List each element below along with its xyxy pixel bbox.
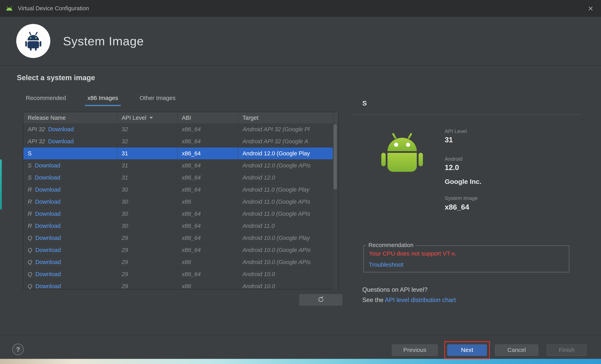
download-link[interactable]: Download <box>35 235 61 241</box>
abi-cell: x86 <box>178 256 238 268</box>
refresh-button[interactable] <box>299 294 342 306</box>
download-link[interactable]: Download <box>48 126 74 132</box>
release-name-cell: API 32Download <box>23 123 117 135</box>
column-release-name[interactable]: Release Name <box>23 112 117 123</box>
table-row[interactable]: QDownload 29 x86_64 Android 10.0 (Google… <box>23 244 333 256</box>
help-button[interactable]: ? <box>12 344 24 355</box>
release-name-cell: QDownload <box>23 232 117 244</box>
troubleshoot-link[interactable]: Troubleshoot <box>369 261 403 268</box>
table-row[interactable]: RDownload 30 x86 Android 11.0 (Google AP… <box>23 196 333 208</box>
target-cell: Android 11.0 (Google APIs <box>238 196 333 208</box>
table-row[interactable]: RDownload 30 x86_64 Android 11.0 <box>23 220 333 232</box>
download-link[interactable]: Download <box>35 283 61 289</box>
table-row[interactable]: API 32Download 32 x86_64 Android API 32 … <box>23 135 333 147</box>
abi-cell: x86_64 <box>178 172 238 183</box>
scrollbar-thumb[interactable] <box>334 124 337 189</box>
download-link[interactable]: Download <box>35 271 61 277</box>
tab-other-images[interactable]: Other Images <box>137 95 178 106</box>
api-level-cell: 29 <box>117 268 178 280</box>
api-level-cell: 30 <box>117 196 178 208</box>
abi-cell: x86_64 <box>178 208 238 220</box>
table-row[interactable]: QDownload 29 x86_64 Android 10.0 <box>23 268 333 280</box>
target-cell: Android 11.0 (Google APIs <box>238 208 333 220</box>
close-icon: × <box>588 4 593 13</box>
release-name: R <box>28 199 32 205</box>
abi-cell: x86_64 <box>178 244 238 256</box>
system-image-abi-value: x86_64 <box>445 203 469 211</box>
api-level-cell: 30 <box>117 220 178 232</box>
table-row[interactable]: SDownload 31 x86_64 Android 12.0 <box>23 172 333 184</box>
column-target[interactable]: Target <box>238 112 333 123</box>
table-row[interactable]: RDownload 30 x86_64 Android 11.0 (Google… <box>23 208 333 220</box>
abi-cell: x86_64 <box>178 123 238 135</box>
target-cell: Android API 32 (Google Pl <box>238 123 333 135</box>
release-name: Q <box>28 259 32 265</box>
table-row[interactable]: API 32Download 32 x86_64 Android API 32 … <box>23 123 333 135</box>
table-row[interactable]: QDownload 29 x86 Android 10.0 (Google AP… <box>23 256 333 268</box>
wizard-header: System Image <box>0 17 601 66</box>
table-row[interactable]: RDownload 30 x86_64 Android 11.0 (Google… <box>23 184 333 196</box>
download-link[interactable]: Download <box>35 223 61 229</box>
cancel-button[interactable]: Cancel <box>495 345 538 356</box>
target-cell: Android 12.0 <box>238 172 333 183</box>
target-cell: Android 10.0 (Google APIs <box>238 256 333 268</box>
target-cell: Android 11.0 <box>238 220 333 232</box>
release-name: Q <box>28 247 32 253</box>
section-heading: Select a system image <box>17 74 95 82</box>
refresh-icon <box>317 296 324 304</box>
system-image-table: Release Name API Level ABI Target API 32… <box>23 112 339 289</box>
tab-recommended[interactable]: Recommended <box>23 95 68 106</box>
download-link[interactable]: Download <box>35 247 61 253</box>
table-row[interactable]: QDownload 29 x86 Android 10.0 <box>23 280 333 289</box>
selected-image-title: S <box>362 99 367 107</box>
download-link[interactable]: Download <box>35 211 61 217</box>
window-title: Virtual Device Configuration <box>18 5 89 12</box>
avd-robot-icon <box>16 24 50 58</box>
api-level-cell: 29 <box>117 256 178 268</box>
title-bar: Virtual Device Configuration × <box>0 0 601 17</box>
close-button[interactable]: × <box>580 0 601 17</box>
target-cell: Android API 32 (Google A <box>238 135 333 147</box>
download-link[interactable]: Download <box>48 138 74 144</box>
table-row[interactable]: S 31 x86_64 Android 12.0 (Google Play <box>23 147 333 160</box>
tab-x86-images[interactable]: x86 Images <box>85 95 120 106</box>
abi-cell: x86_64 <box>178 135 238 147</box>
table-body: API 32Download 32 x86_64 Android API 32 … <box>23 123 333 289</box>
abi-cell: x86 <box>178 280 238 289</box>
android-version-value: 12.0 <box>445 163 459 172</box>
previous-button[interactable]: Previous <box>392 345 438 356</box>
api-level-questions-text: Questions on API level? <box>362 286 428 293</box>
table-scrollbar[interactable] <box>333 124 338 289</box>
release-name-cell: API 32Download <box>23 135 117 147</box>
release-name: S <box>28 150 31 157</box>
vendor-value: Google Inc. <box>445 178 481 185</box>
table-row[interactable]: SDownload 31 x86_64 Android 12.0 (Google… <box>23 160 333 172</box>
virtual-device-configuration-dialog: Virtual Device Configuration × <box>0 0 601 359</box>
release-name: R <box>28 223 32 229</box>
abi-cell: x86_64 <box>178 147 238 159</box>
download-link[interactable]: Download <box>35 199 61 205</box>
target-cell: Android 10.0 <box>238 268 333 280</box>
download-link[interactable]: Download <box>35 174 60 181</box>
target-cell: Android 10.0 (Google APIs <box>238 244 333 256</box>
target-cell: Android 10.0 (Google Play <box>238 232 333 244</box>
release-name-cell: QDownload <box>23 256 117 268</box>
download-link[interactable]: Download <box>35 259 61 265</box>
download-link[interactable]: Download <box>35 162 60 169</box>
column-api-level-label: API Level <box>122 112 146 123</box>
help-icon: ? <box>16 346 20 353</box>
next-button[interactable]: Next <box>447 345 487 356</box>
release-name-cell: SDownload <box>23 160 117 172</box>
release-name: API 32 <box>28 126 45 132</box>
page-title: System Image <box>63 34 144 48</box>
abi-cell: x86_64 <box>178 160 238 172</box>
release-name: S <box>28 174 31 181</box>
desktop-background-sliver <box>0 160 2 210</box>
table-row[interactable]: QDownload 29 x86_64 Android 10.0 (Google… <box>23 232 333 244</box>
column-abi[interactable]: ABI <box>178 112 238 123</box>
download-link[interactable]: Download <box>35 186 61 193</box>
api-distribution-chart-link[interactable]: API level distribution chart <box>385 297 456 303</box>
api-level-cell: 29 <box>117 280 178 289</box>
column-api-level[interactable]: API Level <box>117 112 178 123</box>
abi-cell: x86_64 <box>178 184 238 196</box>
